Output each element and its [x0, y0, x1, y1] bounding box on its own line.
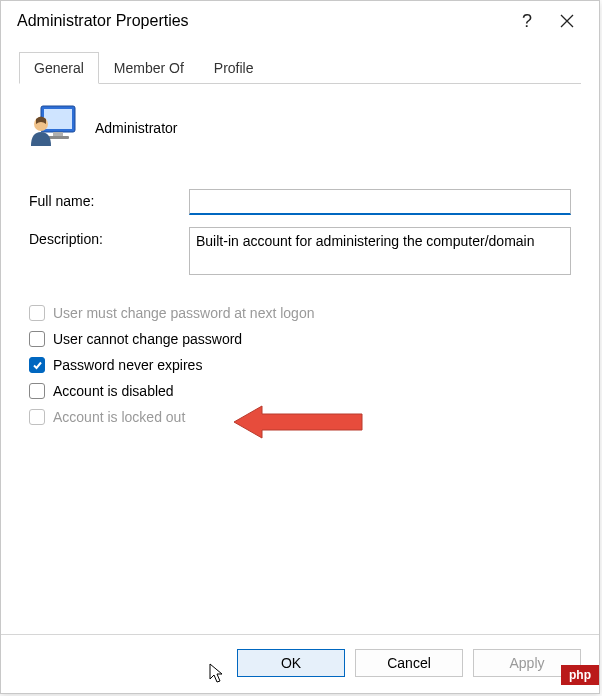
full-name-label: Full name: [29, 189, 189, 209]
checkbox-must-change [29, 305, 45, 321]
checkbox-never-expires[interactable] [29, 357, 45, 373]
checkbox-must-change-label: User must change password at next logon [53, 305, 314, 321]
cursor-icon [208, 662, 226, 687]
arrow-annotation [234, 402, 364, 445]
tab-general[interactable]: General [19, 52, 99, 84]
close-icon [560, 14, 574, 28]
checkbox-never-expires-label: Password never expires [53, 357, 202, 373]
svg-rect-2 [53, 132, 63, 136]
checkbox-account-disabled[interactable] [29, 383, 45, 399]
user-monitor-icon [29, 102, 77, 153]
checkmark-icon [32, 360, 43, 371]
tab-profile[interactable]: Profile [199, 52, 269, 84]
checkbox-cannot-change[interactable] [29, 331, 45, 347]
account-header: Administrator [29, 102, 571, 153]
cancel-button[interactable]: Cancel [355, 649, 463, 677]
checkbox-account-disabled-label: Account is disabled [53, 383, 174, 399]
checkbox-locked-out [29, 409, 45, 425]
dialog-footer: OK Cancel Apply php [1, 634, 599, 693]
ok-button[interactable]: OK [237, 649, 345, 677]
tab-strip: General Member Of Profile [19, 51, 581, 84]
close-button[interactable] [547, 5, 587, 37]
tab-member-of[interactable]: Member Of [99, 52, 199, 84]
svg-rect-3 [47, 136, 69, 139]
checkbox-cannot-change-label: User cannot change password [53, 331, 242, 347]
checkbox-cannot-change-row[interactable]: User cannot change password [29, 331, 571, 347]
checkbox-never-expires-row[interactable]: Password never expires [29, 357, 571, 373]
checkbox-locked-out-label: Account is locked out [53, 409, 185, 425]
description-input[interactable]: Built-in account for administering the c… [189, 227, 571, 275]
svg-rect-1 [44, 109, 72, 129]
tab-content-general: Administrator Full name: Description: Bu… [19, 84, 581, 634]
svg-marker-5 [234, 406, 362, 438]
dialog-body: General Member Of Profile Admin [1, 45, 599, 634]
full-name-input[interactable] [189, 189, 571, 215]
full-name-row: Full name: [29, 189, 571, 215]
titlebar: Administrator Properties ? [1, 1, 599, 45]
dialog-window: Administrator Properties ? General Membe… [0, 0, 600, 694]
help-button[interactable]: ? [507, 5, 547, 37]
account-name: Administrator [95, 120, 177, 136]
watermark: php [561, 665, 599, 685]
checkbox-account-disabled-row[interactable]: Account is disabled [29, 383, 571, 399]
description-row: Description: Built-in account for admini… [29, 227, 571, 275]
window-title: Administrator Properties [17, 12, 507, 30]
checkbox-must-change-row: User must change password at next logon [29, 305, 571, 321]
description-label: Description: [29, 227, 189, 247]
